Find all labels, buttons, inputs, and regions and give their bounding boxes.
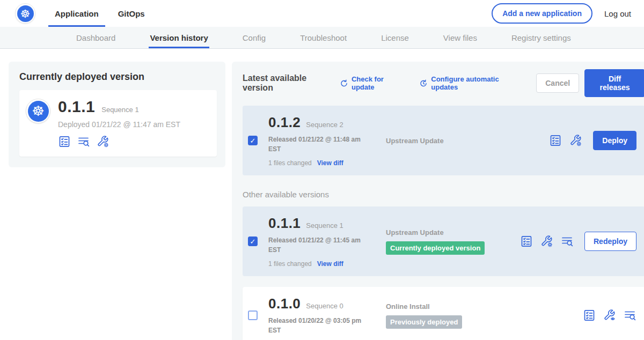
view-logs-icon[interactable] [77, 135, 90, 148]
version-released: Released 01/21/22 @ 11:48 am EST [268, 135, 370, 154]
version-sequence: Sequence 0 [306, 302, 343, 310]
version-released: Released 01/20/22 @ 03:05 pm EST [268, 316, 370, 335]
top-nav: ☸ Application GitOps Add a new applicati… [0, 0, 644, 27]
other-versions-heading: Other available versions [243, 190, 644, 199]
check-icon: ✓ [250, 238, 256, 245]
deployed-timestamp: Deployed 01/21/22 @ 11:47 am EST [58, 120, 180, 129]
subnav-item-troubleshoot[interactable]: Troubleshoot [299, 27, 348, 48]
version-row-0-1-1: ✓ 0.1.1 Sequence 1 Released 01/21/22 @ 1… [243, 206, 644, 276]
subnav-item-version-history[interactable]: Version history [149, 27, 209, 48]
add-application-button[interactable]: Add a new application [492, 3, 592, 24]
kubernetes-wheel-icon: ☸ [17, 5, 34, 22]
check-icon: ✓ [250, 137, 256, 144]
currently-deployed-card: ☸ 0.1.1 Sequence 1 Deployed 01/21/22 @ 1… [19, 90, 217, 157]
files-changed-label: 1 files changed [268, 260, 312, 268]
currently-deployed-panel: Currently deployed version ☸ 0.1.1 Seque… [9, 62, 225, 167]
previously-deployed-badge: Previously deployed [386, 315, 462, 329]
deployed-version-sequence: Sequence 1 [101, 106, 138, 114]
edit-config-icon[interactable] [569, 134, 582, 147]
tab-application[interactable]: Application [48, 0, 105, 27]
version-source: Online Install [386, 302, 520, 311]
version-row-0-1-0: 0.1.0 Sequence 0 Released 01/20/22 @ 03:… [243, 287, 644, 340]
release-notes-icon[interactable] [520, 235, 533, 248]
subnav-item-registry-settings[interactable]: Registry settings [510, 27, 572, 48]
kubernetes-logo: ☸ [15, 3, 35, 24]
currently-deployed-title: Currently deployed version [19, 71, 217, 83]
main-content: Currently deployed version ☸ 0.1.1 Seque… [0, 49, 644, 340]
view-logs-icon[interactable] [624, 309, 636, 322]
subnav-item-view-files[interactable]: View files [442, 27, 478, 48]
files-changed-label: 1 files changed [268, 159, 312, 167]
version-source: Upstream Update [386, 137, 520, 145]
view-diff-link[interactable]: View diff [317, 260, 343, 268]
version-sequence: Sequence 1 [306, 221, 343, 230]
version-checkbox[interactable]: ✓ [248, 136, 258, 145]
view-config-icon[interactable] [603, 309, 616, 322]
schedule-update-icon [419, 79, 428, 88]
app-icon: ☸ [26, 99, 50, 123]
kubernetes-wheel-icon: ☸ [28, 101, 49, 122]
currently-deployed-badge: Currently deployed version [386, 241, 485, 255]
deploy-button[interactable]: Deploy [593, 131, 636, 150]
tab-gitops[interactable]: GitOps [112, 0, 151, 27]
subnav-item-license[interactable]: License [380, 27, 410, 48]
version-checkbox[interactable] [248, 311, 258, 320]
deployed-version-number: 0.1.1 [58, 98, 95, 116]
edit-config-icon[interactable] [540, 235, 553, 248]
diff-releases-button[interactable]: Diff releases [584, 69, 644, 97]
release-notes-icon[interactable] [58, 135, 71, 148]
release-notes-icon[interactable] [549, 134, 562, 147]
release-notes-icon[interactable] [583, 309, 596, 322]
version-sequence: Sequence 2 [306, 121, 343, 129]
refresh-icon [340, 79, 348, 88]
version-number: 0.1.0 [268, 295, 301, 312]
subnav-item-dashboard[interactable]: Dashboard [75, 27, 116, 48]
version-source: Upstream Update [386, 228, 520, 236]
version-number: 0.1.1 [268, 215, 301, 232]
configure-automatic-updates-link[interactable]: Configure automatic updates [419, 75, 522, 91]
view-logs-icon[interactable] [561, 235, 574, 248]
redeploy-button[interactable]: Redeploy [584, 232, 636, 251]
version-checkbox[interactable]: ✓ [248, 236, 258, 246]
app-sub-nav: Dashboard Version history Config Trouble… [0, 27, 644, 49]
version-number: 0.1.2 [268, 114, 301, 131]
latest-available-title: Latest available version [243, 73, 334, 93]
version-released: Released 01/21/22 @ 11:45 am EST [268, 235, 370, 255]
cancel-button[interactable]: Cancel [536, 73, 579, 93]
version-row-0-1-2: ✓ 0.1.2 Sequence 2 Released 01/21/22 @ 1… [243, 106, 644, 175]
view-diff-link[interactable]: View diff [317, 159, 343, 167]
check-for-update-link[interactable]: Check for update [340, 75, 405, 91]
latest-available-panel: Latest available version Check for updat… [232, 62, 644, 340]
logout-link[interactable]: Log out [604, 9, 631, 18]
subnav-item-config[interactable]: Config [241, 27, 267, 48]
top-tabs: Application GitOps [48, 0, 158, 27]
edit-config-icon[interactable] [97, 135, 109, 148]
